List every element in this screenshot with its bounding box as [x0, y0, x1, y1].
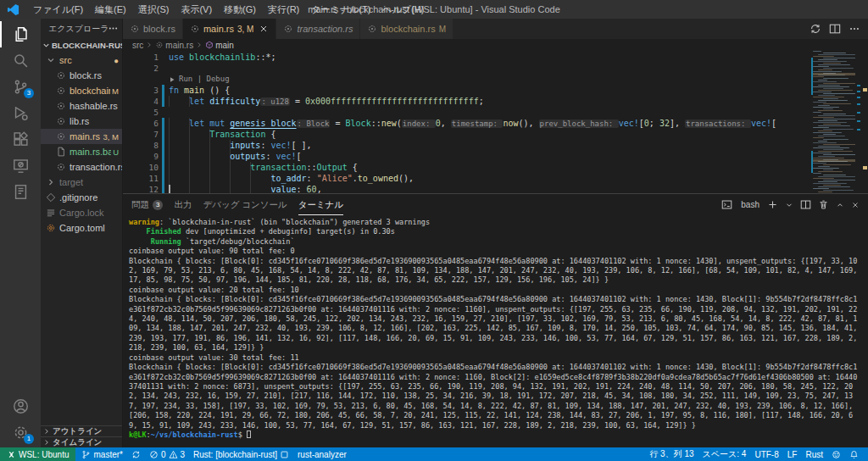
timeline-section[interactable]: タイムライン	[41, 436, 122, 447]
file-label: Cargo.lock	[59, 208, 122, 218]
rust-icon	[367, 24, 377, 34]
line-number: 1	[123, 52, 159, 63]
workspace-section-header[interactable]: BLOCKCHAIN-RUST [WSL: ...	[41, 38, 122, 53]
close-icon[interactable]	[259, 24, 269, 34]
tab-label: block.rs	[143, 24, 175, 34]
menu-ファイル(F)[interactable]: ファイル(F)	[27, 0, 89, 19]
breadcrumb-symbol[interactable]: main	[215, 41, 234, 50]
tab-git-badge: M	[439, 25, 446, 34]
tab-blockchain.rs[interactable]: blockchain.rsM	[360, 19, 453, 39]
rust-project[interactable]: Rust: [blockchain-rust]	[189, 447, 293, 461]
git-status-badge: 3, M	[103, 132, 119, 142]
sync-icon	[131, 450, 141, 459]
shell-selector[interactable]: bash	[741, 200, 760, 209]
chevron-down-icon	[46, 55, 56, 65]
git-branch[interactable]: master*	[77, 447, 126, 461]
language-mode[interactable]: Rust	[801, 447, 827, 461]
activity-search[interactable]	[0, 47, 41, 74]
file-item-.gitignore[interactable]: .gitignore	[41, 190, 122, 205]
activity-remote-explorer[interactable]	[0, 153, 41, 179]
rust-icon	[56, 116, 66, 126]
extensions-icon	[13, 131, 29, 147]
open-changes-icon[interactable]	[810, 23, 821, 35]
code-text: inputs: vec![ ],	[169, 140, 312, 151]
menu-表示(V)[interactable]: 表示(V)	[175, 0, 218, 19]
file-icon	[56, 147, 66, 157]
more-actions-icon[interactable]	[849, 23, 860, 35]
activity-extensions[interactable]	[0, 126, 41, 153]
file-item-Cargo.lock[interactable]: Cargo.lock	[41, 205, 122, 220]
activity-settings[interactable]: 1	[0, 419, 41, 446]
file-item-Cargo.toml[interactable]: Cargo.toml	[41, 220, 122, 236]
activity-notebook[interactable]	[0, 179, 41, 205]
split-editor-icon[interactable]	[829, 23, 841, 35]
codelens-run-debug[interactable]: Run | Debug	[123, 74, 811, 85]
remote-indicator[interactable]: WSL: Ubuntu	[0, 447, 75, 461]
terminal-dropdown-icon[interactable]	[785, 201, 793, 209]
tab-block.rs[interactable]: block.rs	[123, 19, 183, 39]
maximize-panel-icon[interactable]	[836, 201, 844, 209]
line-number: 4	[123, 96, 159, 107]
tab-transaction.rs[interactable]: transaction.rs	[276, 19, 360, 39]
file-label: block.rs	[70, 70, 122, 81]
file-item-transaction.rs[interactable]: transaction.rs	[41, 159, 122, 175]
menu-ターミナル(T)[interactable]: ターミナル(T)	[305, 0, 376, 19]
sidebar-more-actions-icon[interactable]	[108, 23, 119, 34]
close-panel-icon[interactable]	[851, 201, 860, 209]
gutter-decoration	[159, 173, 169, 184]
activity-bar: 31	[0, 19, 41, 447]
menu-移動(G)[interactable]: 移動(G)	[218, 0, 262, 19]
file-item-src[interactable]: src●	[41, 53, 122, 68]
encoding[interactable]: UTF-8	[750, 447, 782, 461]
eol[interactable]: LF	[783, 447, 802, 461]
feedback[interactable]	[827, 447, 845, 461]
tab-git-badge: 3, M	[237, 25, 253, 34]
activity-source-control[interactable]: 3	[0, 74, 41, 100]
cursor-position[interactable]: 行 3、列 13	[645, 447, 698, 461]
code-line-3: 3fn main () {	[123, 85, 811, 96]
menu-ヘルプ(H)[interactable]: ヘルプ(H)	[376, 0, 430, 19]
problems-status[interactable]: 03	[145, 447, 189, 461]
rust-icon	[190, 24, 200, 34]
file-label: .gitignore	[59, 192, 122, 203]
code-text: let difficulty: u128 = 0x000ffffffffffff…	[169, 96, 484, 107]
gutter-decoration	[159, 162, 169, 173]
panel-tab-デバッグ コンソール[interactable]: デバッグ コンソール	[203, 194, 287, 215]
rust-analyzer-status[interactable]: rust-analyzer	[293, 447, 351, 461]
panel-tab-ターミナル[interactable]: ターミナル	[298, 194, 343, 215]
split-terminal-icon[interactable]	[800, 199, 811, 210]
file-item-main.rs.bak[interactable]: main.rs.bakU	[41, 144, 122, 159]
file-item-lib.rs[interactable]: lib.rs	[41, 114, 122, 129]
menu-編集(E)[interactable]: 編集(E)	[89, 0, 132, 19]
code-text: fn main () {	[169, 85, 230, 96]
outline-section[interactable]: アウトライン	[41, 425, 122, 436]
sync-button[interactable]	[127, 447, 145, 461]
panel-tab-label: ターミナル	[298, 199, 343, 211]
terminal-output[interactable]: warning: `blockchain-in-rust` (bin "bloc…	[123, 215, 868, 447]
activity-explorer[interactable]	[0, 21, 41, 47]
kill-terminal-icon[interactable]	[818, 199, 829, 210]
file-item-blockchain.rs[interactable]: blockchain.rsM	[41, 83, 122, 98]
minimap[interactable]	[811, 51, 855, 193]
panel-tab-出力[interactable]: 出力	[174, 194, 192, 215]
file-item-main.rs[interactable]: main.rs3, M	[41, 129, 122, 144]
tab-main.rs[interactable]: main.rs3, M	[183, 19, 277, 39]
file-item-target[interactable]: target	[41, 175, 122, 190]
menu-実行(R)[interactable]: 実行(R)	[262, 0, 305, 19]
chevron-right-icon	[195, 41, 203, 49]
code-line-2: 2	[123, 63, 811, 74]
code-editor[interactable]: 1use blockchainlib::*;2Run | Debug3fn ma…	[123, 51, 868, 193]
panel-tab-問題[interactable]: 問題3	[131, 194, 163, 215]
indentation[interactable]: スペース: 4	[698, 447, 751, 461]
breadcrumb-folder[interactable]: src	[132, 41, 143, 50]
file-item-hashable.rs[interactable]: hashable.rs	[41, 98, 122, 114]
file-item-block.rs[interactable]: block.rs	[41, 68, 122, 83]
bell-icon	[849, 450, 859, 459]
line-number: 8	[123, 140, 159, 151]
new-terminal-icon[interactable]	[767, 199, 778, 210]
breadcrumb-file[interactable]: main.rs	[165, 41, 193, 50]
notifications-bell[interactable]	[845, 447, 863, 461]
menu-選択(S)[interactable]: 選択(S)	[132, 0, 175, 19]
activity-run-debug[interactable]	[0, 100, 41, 126]
activity-account[interactable]	[0, 393, 41, 419]
